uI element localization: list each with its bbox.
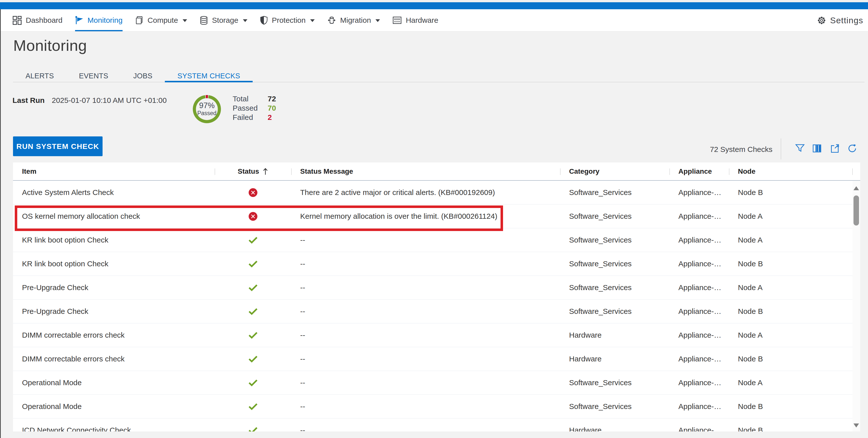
cell-node: Node A <box>729 378 852 387</box>
tab-bar: ALERTSEVENTSJOBSSYSTEM CHECKS <box>13 68 865 82</box>
scrollbar-thumb[interactable] <box>854 196 859 226</box>
success-icon <box>248 355 258 363</box>
cell-appliance: Appliance-… <box>670 236 729 244</box>
cell-appliance: Appliance-… <box>670 188 729 197</box>
nav-item-hardware[interactable]: Hardware <box>393 9 438 31</box>
column-header-appliance[interactable]: Appliance <box>670 168 729 175</box>
cell-status <box>215 308 291 315</box>
cell-appliance: Appliance-… <box>670 283 729 292</box>
tab-label: JOBS <box>133 72 153 80</box>
hardware-icon <box>393 16 402 25</box>
cell-category: Hardware <box>560 355 670 363</box>
table-row[interactable]: DIMM correctable errors check--HardwareA… <box>13 323 860 347</box>
cell-node: Node A <box>729 236 852 244</box>
success-icon <box>248 427 258 432</box>
success-icon <box>248 236 258 244</box>
scroll-down-icon[interactable] <box>854 424 859 428</box>
cell-node: Node B <box>729 307 852 316</box>
cell-item: KR link boot option Check <box>13 260 215 268</box>
columns-button[interactable] <box>812 144 822 153</box>
legend-value-passed: 70 <box>268 105 276 112</box>
cell-item: Pre-Upgrade Check <box>13 307 215 316</box>
export-icon <box>830 144 839 154</box>
nav-item-storage[interactable]: Storage <box>199 9 247 31</box>
tab-alerts[interactable]: ALERTS <box>13 68 66 82</box>
cell-appliance: Appliance-… <box>670 260 729 268</box>
table-row[interactable]: Pre-Upgrade Check--Software_ServicesAppl… <box>13 300 860 323</box>
run-system-check-button[interactable]: RUN SYSTEM CHECK <box>13 137 102 156</box>
cell-appliance: Appliance-… <box>670 378 729 387</box>
scroll-up-icon[interactable] <box>854 186 859 190</box>
chevron-down-icon <box>375 19 380 22</box>
passed-donut-chart: 97%Passed <box>191 93 223 126</box>
cell-item: Operational Mode <box>13 402 215 411</box>
table-row[interactable]: Pre-Upgrade Check--Software_ServicesAppl… <box>13 276 860 300</box>
success-icon <box>248 284 258 291</box>
error-icon <box>249 212 257 221</box>
nav-item-compute[interactable]: Compute <box>135 9 187 31</box>
tab-system-checks[interactable]: SYSTEM CHECKS <box>165 68 253 82</box>
nav-item-monitoring[interactable]: Monitoring <box>75 9 123 31</box>
cell-appliance: Appliance-… <box>670 331 729 340</box>
table-row[interactable]: ICD Network Connectivity Check--Hardware… <box>13 418 860 432</box>
cell-category: Software_Services <box>560 236 670 244</box>
gear-icon <box>817 16 826 25</box>
column-header-label: Appliance <box>678 168 712 175</box>
table-row[interactable]: Operational Mode--Software_ServicesAppli… <box>13 371 860 395</box>
refresh-button[interactable] <box>848 144 857 153</box>
nav-item-dashboard[interactable]: Dashboard <box>12 9 63 31</box>
cell-status-message: -- <box>291 331 560 340</box>
active-tab-underline <box>165 81 253 82</box>
table-row[interactable]: OS kernel memory allocation checkKernel … <box>13 204 860 228</box>
cell-appliance: Appliance- <box>670 426 729 432</box>
cell-status-message: -- <box>291 283 560 292</box>
column-header-category[interactable]: Category <box>560 168 670 175</box>
cell-appliance: Appliance-… <box>670 355 729 363</box>
table-row[interactable]: Active System Alerts CheckThere are 2 ac… <box>13 181 860 204</box>
nav-item-protection[interactable]: Protection <box>260 9 315 31</box>
nav-item-settings[interactable]: Settings <box>817 9 863 31</box>
cell-status <box>215 188 291 197</box>
tab-label: SYSTEM CHECKS <box>177 72 240 80</box>
cell-status <box>215 260 291 268</box>
column-header-item[interactable]: Item <box>13 168 215 175</box>
tab-jobs[interactable]: JOBS <box>121 68 165 82</box>
column-divider <box>729 169 730 175</box>
table-row[interactable]: KR link boot option Check--Software_Serv… <box>13 252 860 276</box>
tab-events[interactable]: EVENTS <box>66 68 121 82</box>
cell-status <box>215 403 291 410</box>
toolbar-divider <box>781 138 781 159</box>
column-header-node[interactable]: Node <box>729 168 852 175</box>
nav-item-migration[interactable]: Migration <box>327 9 380 31</box>
column-header-status-message[interactable]: Status Message <box>291 168 560 175</box>
last-run-label: Last Run <box>12 96 44 105</box>
cell-item: ICD Network Connectivity Check <box>13 426 215 432</box>
table-row[interactable]: KR link boot option Check--Software_Serv… <box>13 228 860 252</box>
cell-category: Software_Services <box>560 212 670 221</box>
system-checks-count: 72 System Checks <box>710 145 772 154</box>
cell-category: Software_Services <box>560 378 670 387</box>
table-body: Active System Alerts CheckThere are 2 ac… <box>13 181 860 432</box>
success-icon <box>248 379 258 386</box>
column-header-label: Category <box>569 168 599 175</box>
cell-node: Node B <box>729 426 852 432</box>
table-scrollbar[interactable] <box>852 181 860 432</box>
chevron-down-icon <box>243 19 247 22</box>
cell-status <box>215 212 291 221</box>
table-row[interactable]: DIMM correctable errors check--HardwareA… <box>13 347 860 371</box>
cell-category: Software_Services <box>560 307 670 316</box>
tab-label: EVENTS <box>79 72 108 80</box>
flag-icon <box>75 16 84 25</box>
nav-items: DashboardMonitoringComputeStorageProtect… <box>12 9 438 31</box>
filter-button[interactable] <box>796 144 804 153</box>
cell-node: Node B <box>729 402 852 411</box>
column-divider <box>670 169 670 175</box>
cell-status-message: -- <box>291 355 560 363</box>
filter-icon <box>795 144 805 154</box>
column-header-status[interactable]: Status <box>215 168 291 175</box>
success-icon <box>248 331 258 339</box>
table-row[interactable]: Operational Mode--Software_ServicesAppli… <box>13 395 860 418</box>
export-button[interactable] <box>830 144 839 153</box>
nav-item-label: Hardware <box>406 16 438 25</box>
active-nav-underline <box>75 30 123 31</box>
